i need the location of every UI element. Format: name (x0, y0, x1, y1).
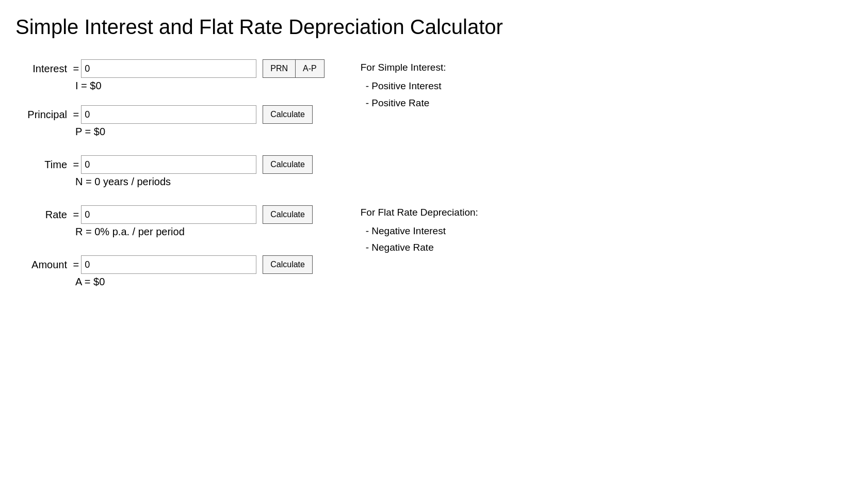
principal-input[interactable] (81, 105, 256, 124)
flat-rate-title: For Flat Rate Depreciation: (361, 204, 478, 221)
rate-result: R = 0% p.a. / per period (75, 226, 324, 238)
amount-label: Amount (15, 259, 67, 271)
interest-input[interactable] (81, 59, 256, 78)
info-panel: For Simple Interest: - Positive Interest… (345, 59, 478, 256)
principal-label: Principal (15, 109, 67, 121)
flat-rate-item-2: - Negative Rate (366, 239, 478, 256)
time-result: N = 0 years / periods (75, 176, 324, 188)
time-label: Time (15, 159, 67, 171)
prn-ap-button-group: PRN A-P (263, 59, 324, 78)
simple-interest-title: For Simple Interest: (361, 59, 478, 76)
amount-calculate-button[interactable]: Calculate (263, 255, 313, 274)
rate-input[interactable] (81, 205, 256, 224)
page-title: Simple Interest and Flat Rate Depreciati… (15, 15, 845, 39)
prn-button[interactable]: PRN (263, 59, 295, 78)
flat-rate-info: For Flat Rate Depreciation: - Negative I… (361, 204, 478, 256)
simple-interest-info: For Simple Interest: - Positive Interest… (361, 59, 478, 111)
principal-result: P = $0 (75, 126, 324, 138)
rate-calculate-button[interactable]: Calculate (263, 205, 313, 224)
simple-interest-item-1: - Positive Interest (366, 78, 478, 94)
amount-result: A = $0 (75, 276, 324, 288)
simple-interest-item-2: - Positive Rate (366, 95, 478, 111)
time-calculate-button[interactable]: Calculate (263, 155, 313, 174)
principal-calculate-button[interactable]: Calculate (263, 105, 313, 124)
amount-input[interactable] (81, 255, 256, 274)
time-input[interactable] (81, 155, 256, 174)
flat-rate-item-1: - Negative Interest (366, 223, 478, 239)
interest-result: I = $0 (75, 80, 324, 92)
interest-label: Interest (15, 63, 67, 75)
rate-label: Rate (15, 209, 67, 221)
ap-button[interactable]: A-P (295, 59, 324, 78)
